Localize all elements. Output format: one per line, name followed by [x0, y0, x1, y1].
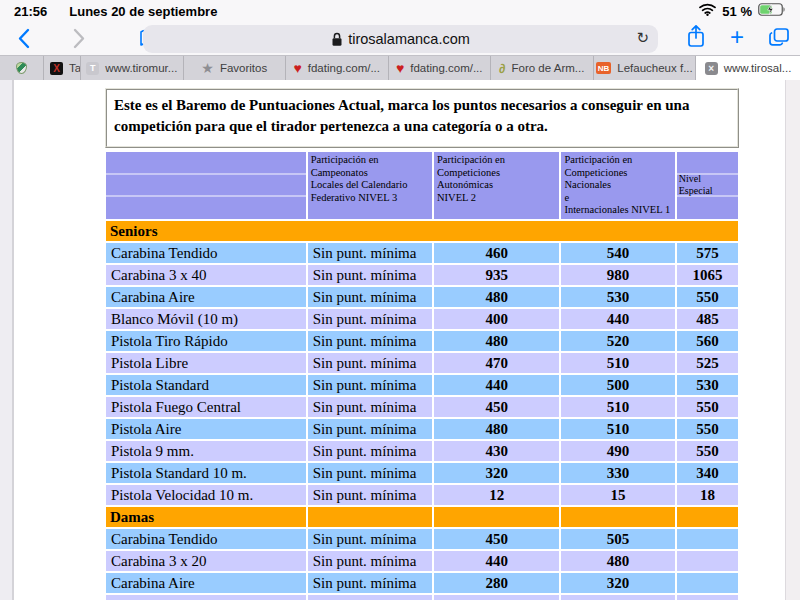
discipline-cell: Carabina Aire	[106, 287, 306, 307]
score-cell: 1065	[677, 265, 738, 285]
status-bar: 21:56 Lunes 20 de septiembre 51 %	[0, 0, 800, 22]
score-cell: 480	[434, 287, 559, 307]
back-button[interactable]	[8, 25, 38, 53]
section-row: Seniors	[106, 221, 738, 241]
discipline-cell: Pistola Standard	[106, 375, 306, 395]
score-cell: 480	[561, 551, 674, 571]
foro-favicon-icon: ∂	[499, 61, 505, 76]
table-row: Carabina TendidoSin punt. mínima46054057…	[106, 243, 738, 263]
min-score-cell: Sin punt. mínima	[308, 309, 432, 329]
browser-tab[interactable]: ♥fdating.com/...	[286, 56, 389, 80]
score-cell: 18	[677, 485, 738, 505]
min-score-cell: Sin punt. mínima	[308, 265, 432, 285]
column-header	[106, 152, 306, 219]
min-score-cell: Sin punt. mínima	[308, 529, 432, 549]
score-cell: 460	[434, 243, 559, 263]
browser-tab[interactable]: ★Favoritos	[184, 56, 287, 80]
wifi-icon	[699, 3, 716, 19]
discipline-cell: Carabina 3 x 40	[106, 265, 306, 285]
address-bar[interactable]: tirosalamanca.com ↻	[143, 25, 658, 53]
lock-icon	[331, 32, 343, 47]
battery-icon	[758, 3, 786, 19]
score-cell: 500	[561, 595, 674, 600]
discipline-cell: Pistola Libre	[106, 353, 306, 373]
column-header: Participación en Competiciones Nacionale…	[561, 152, 674, 219]
section-row: Damas	[106, 507, 738, 527]
min-score-cell: Sin punt. mínima	[308, 595, 432, 600]
table-row: Pistola AireSin punt. mínima480510550	[106, 419, 738, 439]
table-row: Pistola StandardSin punt. mínima44050053…	[106, 375, 738, 395]
score-cell: 510	[561, 419, 674, 439]
table-row: Pistola Fuego CentralSin punt. mínima450…	[106, 397, 738, 417]
min-score-cell: Sin punt. mínima	[308, 463, 432, 483]
section-title: Damas	[106, 507, 306, 527]
score-cell: 530	[561, 287, 674, 307]
score-cell: 450	[434, 529, 559, 549]
score-cell: 530	[677, 375, 738, 395]
score-cell: 550	[677, 397, 738, 417]
letter-t-favicon-icon: T	[86, 62, 99, 75]
star-favicon-icon: ★	[201, 60, 214, 76]
close-tab-icon[interactable]: ×	[705, 62, 718, 75]
table-row: Carabina 3 x 40Sin punt. mínima935980106…	[106, 265, 738, 285]
web-page: Este es el Baremo de Puntuaciones Actual…	[0, 80, 800, 600]
score-cell: 440	[434, 375, 559, 395]
heart-favicon-icon: ♥	[396, 60, 404, 76]
score-cell: 575	[677, 243, 738, 263]
table-row: Carabina TendidoSin punt. mínima450505	[106, 529, 738, 549]
score-cell: 490	[561, 441, 674, 461]
table-row: Pistola Tiro RápidoSin punt. mínima48052…	[106, 331, 738, 351]
browser-tab[interactable]: Twww.tiromur...	[81, 56, 184, 80]
tab-bar: XTabTwww.tiromur...★Favoritos♥fdating.co…	[0, 55, 800, 80]
discipline-cell: Carabina 3 x 20	[106, 551, 306, 571]
forward-button[interactable]	[64, 25, 94, 53]
min-score-cell: Sin punt. mínima	[308, 287, 432, 307]
tab-title: Tab	[69, 62, 81, 74]
safari-window: 21:56 Lunes 20 de septiembre 51 %	[0, 0, 800, 600]
black-x-favicon-icon: X	[50, 62, 63, 75]
score-cell: 550	[677, 287, 738, 307]
column-header: Participación en Competiciones Autonómic…	[434, 152, 559, 219]
browser-tab[interactable]: ×www.tirosal...	[696, 56, 800, 80]
section-cell	[434, 507, 559, 527]
column-header: Participación en Campeonatos Locales del…	[308, 152, 432, 219]
browser-tab[interactable]	[0, 56, 44, 80]
browser-tab[interactable]: ♥fdating.com/...	[389, 56, 492, 80]
score-cell: 330	[561, 463, 674, 483]
table-row: Blanco Móvil (10 m)Sin punt. mínima40044…	[106, 309, 738, 329]
score-cell	[677, 573, 738, 593]
score-cell: 550	[677, 441, 738, 461]
browser-tab[interactable]: XTab	[44, 56, 81, 80]
browser-chrome: 21:56 Lunes 20 de septiembre 51 %	[0, 0, 800, 55]
new-tab-button[interactable]: +	[730, 25, 744, 49]
table-row: Carabina AireSin punt. mínima280320	[106, 573, 738, 593]
score-cell: 560	[677, 331, 738, 351]
url-text: tirosalamanca.com	[348, 31, 470, 47]
tab-title: Foro de Arm...	[512, 62, 585, 74]
discipline-cell: Pistola Tiro Rápido	[106, 331, 306, 351]
browser-tab[interactable]: ∂Foro de Arm...	[491, 56, 594, 80]
browser-tab[interactable]: NBLefaucheux f...	[594, 56, 697, 80]
discipline-cell: Pistola 9 mm.	[106, 441, 306, 461]
clock: 21:56	[14, 4, 47, 19]
discipline-cell: Blanco Móvil (10 m)	[106, 309, 306, 329]
column-header: Nivel Especial	[677, 152, 738, 219]
share-icon[interactable]	[686, 24, 706, 53]
discipline-cell: Pistola Aire	[106, 419, 306, 439]
heart-favicon-icon: ♥	[293, 60, 301, 76]
safari-toolbar: tirosalamanca.com ↻ +	[0, 22, 800, 55]
score-cell: 320	[561, 573, 674, 593]
score-cell: 480	[434, 331, 559, 351]
table-row: Pistola 9 mm.Sin punt. mínima430490550	[106, 441, 738, 461]
discipline-cell: Pistola Standard 10 m.	[106, 463, 306, 483]
reload-icon[interactable]: ↻	[636, 29, 649, 47]
tab-title: fdating.com/...	[308, 62, 380, 74]
score-cell: 430	[434, 441, 559, 461]
score-cell: 280	[434, 573, 559, 593]
tabs-overview-icon[interactable]	[768, 27, 790, 51]
score-cell: 440	[434, 551, 559, 571]
score-table: Participación en Campeonatos Locales del…	[104, 150, 740, 600]
discipline-cell: Carabina Tendido	[106, 243, 306, 263]
min-score-cell: Sin punt. mínima	[308, 375, 432, 395]
discipline-cell: Pistola Velocidad 10 m.	[106, 485, 306, 505]
